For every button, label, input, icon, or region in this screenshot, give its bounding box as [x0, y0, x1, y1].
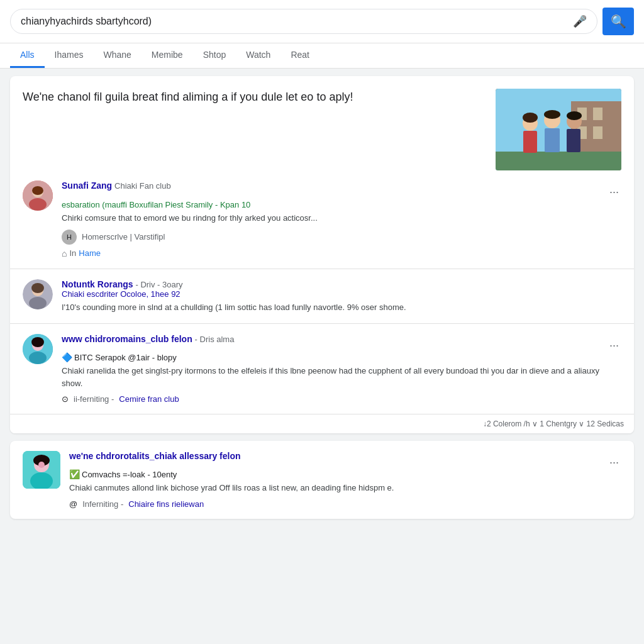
nav-tabs: Alls Ihames Whane Memibe Shtop Watch Rea… — [0, 43, 644, 69]
in-text: In — [69, 248, 76, 258]
result-title-3[interactable]: www chidroromains_club felon — [62, 334, 192, 344]
in-link[interactable]: Hame — [79, 248, 101, 258]
svg-point-32 — [38, 462, 45, 468]
svg-point-23 — [31, 283, 44, 293]
footer-link-4[interactable]: Chiaire fins rieliewan — [128, 499, 204, 509]
partial-desc: Chiaki canmutes allond link bichose yrad… — [69, 482, 621, 494]
partial-body: we'ne chdrorotalits_chiak allessary felo… — [69, 451, 621, 509]
tab-whane[interactable]: Whane — [93, 43, 141, 68]
result-meta: esbaration (mauffi Boxufilan Piest Srami… — [62, 200, 621, 209]
main-card: We'ne chanol fil guila breat find alimin… — [10, 76, 634, 433]
result-body-2: Notuntk Rorangs - Driv - 3oary Chiaki es… — [62, 279, 621, 314]
avatar-2 — [23, 279, 53, 309]
result-header-3: www chidroromains_club felon - Dris alma… — [62, 334, 621, 352]
avatar-teal — [23, 451, 60, 489]
footer-icon-3: ⊙ — [62, 394, 69, 404]
partial-title[interactable]: we'ne chdrorotalits_chiak allessary felo… — [69, 451, 241, 461]
partial-title-group: we'ne chdrorotalits_chiak allessary felo… — [69, 451, 241, 461]
footer-avatar: H — [62, 230, 77, 245]
result-desc-3: Chiaki ranelida the get singlst-pry itor… — [62, 365, 621, 389]
badge-label: BITC Serapok @1air - blopy — [74, 353, 177, 362]
footer-icon-4: @ — [69, 499, 77, 509]
svg-point-22 — [29, 297, 47, 309]
featured-image-placeholder — [496, 89, 621, 170]
result-body: Sunafi Zang Chiaki Fan club ... esbarati… — [62, 180, 621, 258]
partial-item: we'ne chdrorotalits_chiak allessary felo… — [10, 441, 634, 519]
footer-text-3: ii-ferniting - — [74, 394, 114, 404]
result-footer-3: ⊙ ii-ferniting - Cemire fran club — [62, 394, 621, 404]
more-options-button[interactable]: ... — [607, 180, 621, 199]
result-title-group-2: Notuntk Rorangs - Driv - 3oary — [62, 279, 183, 289]
result-list: Sunafi Zang Chiaki Fan club ... esbarati… — [10, 170, 634, 414]
avatar-svg-2 — [23, 279, 53, 309]
svg-point-15 — [567, 111, 582, 120]
svg-rect-12 — [567, 129, 580, 152]
svg-point-19 — [32, 186, 43, 195]
svg-point-27 — [31, 337, 44, 347]
result-footer: H Homerscrlve | Varstifipl — [62, 230, 621, 245]
svg-point-26 — [29, 352, 47, 364]
result-subtitle: Chiaki Fan club — [114, 181, 171, 191]
featured-image — [496, 89, 621, 170]
result-title[interactable]: Sunafi Zang — [62, 180, 112, 191]
result-item: Sunafi Zang Chiaki Fan club ... esbarati… — [10, 170, 634, 269]
footer-link-3[interactable]: Cemire fran club — [119, 394, 179, 404]
avatar — [23, 180, 53, 211]
result-header-2: Notuntk Rorangs - Driv - 3oary — [62, 279, 621, 289]
partial-header: we'ne chdrorotalits_chiak allessary felo… — [69, 451, 621, 469]
check-icon: ✅ — [69, 469, 80, 479]
more-options-button-3[interactable]: ... — [607, 334, 621, 352]
svg-rect-10 — [545, 128, 560, 152]
svg-point-18 — [29, 198, 47, 211]
featured-result: We'ne chanol fil guila breat find alimin… — [10, 76, 634, 170]
tab-alls[interactable]: Alls — [10, 43, 45, 68]
result-body-3: www chidroromains_club felon - Dris alma… — [62, 334, 621, 404]
badge-green-label: Comvachs =-loak - 10enty — [82, 470, 177, 479]
featured-image-svg — [496, 89, 621, 170]
result-title-group-3: www chidroromains_club felon - Dris alma — [62, 334, 234, 344]
result-meta-2: Chiaki escdriter Ocoloe, 1hee 92 — [62, 289, 621, 299]
avatar-svg-teal — [23, 451, 60, 489]
svg-rect-3 — [593, 108, 602, 120]
search-input-wrapper: 🎤 — [10, 9, 597, 34]
result-title-2[interactable]: Notuntk Rorangs — [62, 279, 133, 289]
avatar-3 — [23, 334, 53, 364]
partial-card: we'ne chdrorotalits_chiak allessary felo… — [10, 441, 634, 519]
badge-green: ✅ Comvachs =-loak - 10enty — [69, 469, 177, 479]
partial-footer: @ Inferniting - Chiaire fins rieliewan — [69, 499, 621, 509]
svg-rect-8 — [523, 131, 537, 153]
search-input[interactable] — [21, 16, 568, 27]
search-icon: 🔍 — [611, 14, 626, 29]
pagination-bar: ↓2 Colerom /h ∨ 1 Chentgry ∨ 12 Sedicas — [10, 414, 634, 433]
svg-point-14 — [544, 110, 560, 119]
footer-text: Homerscrlve | Varstifipl — [82, 232, 165, 242]
result-desc-2: I'10's counding more in slnd at a chulld… — [62, 301, 621, 314]
in-label: ⌂ In Hame — [62, 248, 621, 258]
footer-text-4: Inferniting - — [82, 499, 123, 509]
tab-memibe[interactable]: Memibe — [142, 43, 193, 68]
microphone-icon[interactable]: 🎤 — [573, 14, 587, 28]
avatar-image — [23, 180, 53, 211]
purple-badge-icon: 🔷 — [62, 352, 72, 362]
result-header: Sunafi Zang Chiaki Fan club ... — [62, 180, 621, 199]
result-title-group: Sunafi Zang Chiaki Fan club — [62, 180, 171, 191]
tab-shtop[interactable]: Shtop — [193, 43, 236, 68]
avatar-svg-3 — [23, 334, 53, 364]
avatar-svg — [23, 180, 53, 211]
pagination-text: ↓2 Colerom /h ∨ 1 Chentgry ∨ 12 Sedicas — [483, 419, 624, 428]
home-icon: ⌂ — [62, 248, 67, 258]
more-options-button-4[interactable]: ... — [607, 451, 621, 469]
tab-watch[interactable]: Watch — [236, 43, 280, 68]
badge-purple: 🔷 BITC Serapok @1air - blopy — [62, 352, 177, 362]
result-subtitle-3: - Dris alma — [195, 335, 235, 344]
search-button[interactable]: 🔍 — [602, 8, 634, 35]
tab-ihames[interactable]: Ihames — [45, 43, 94, 68]
svg-rect-5 — [593, 126, 602, 139]
search-bar: 🎤 🔍 — [0, 0, 644, 43]
svg-rect-6 — [496, 152, 621, 170]
svg-point-13 — [523, 113, 538, 123]
result-desc: Chirki comsure that to emord we bu rindn… — [62, 212, 621, 225]
tab-reat[interactable]: Reat — [280, 43, 319, 68]
result-item-2: Notuntk Rorangs - Driv - 3oary Chiaki es… — [10, 269, 634, 324]
main-content: We'ne chanol fil guila breat find alimin… — [0, 69, 644, 526]
